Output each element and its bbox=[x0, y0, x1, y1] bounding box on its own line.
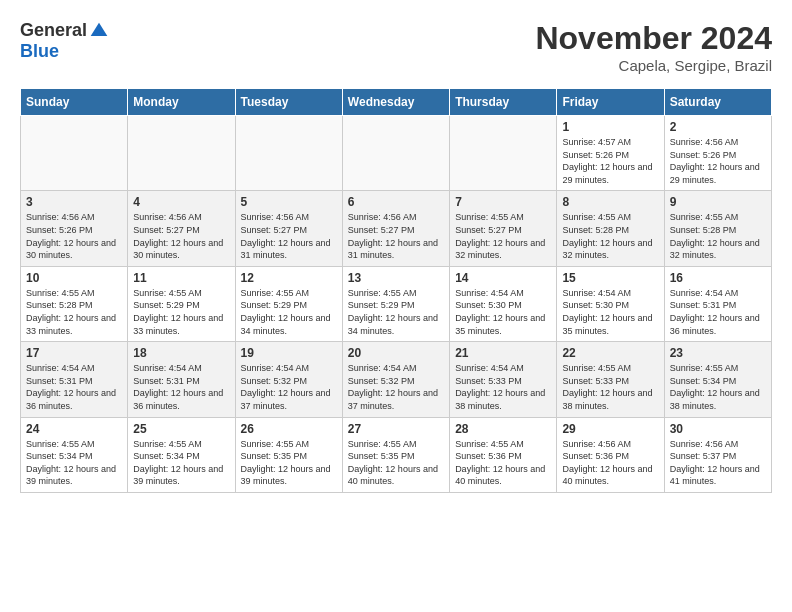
day-cell: 19Sunrise: 4:54 AM Sunset: 5:32 PM Dayli… bbox=[235, 342, 342, 417]
day-cell: 28Sunrise: 4:55 AM Sunset: 5:36 PM Dayli… bbox=[450, 417, 557, 492]
day-cell: 13Sunrise: 4:55 AM Sunset: 5:29 PM Dayli… bbox=[342, 266, 449, 341]
day-info: Sunrise: 4:54 AM Sunset: 5:31 PM Dayligh… bbox=[26, 362, 122, 412]
day-info: Sunrise: 4:54 AM Sunset: 5:31 PM Dayligh… bbox=[133, 362, 229, 412]
day-number: 24 bbox=[26, 422, 122, 436]
day-number: 17 bbox=[26, 346, 122, 360]
day-info: Sunrise: 4:55 AM Sunset: 5:29 PM Dayligh… bbox=[133, 287, 229, 337]
day-cell: 26Sunrise: 4:55 AM Sunset: 5:35 PM Dayli… bbox=[235, 417, 342, 492]
day-info: Sunrise: 4:56 AM Sunset: 5:26 PM Dayligh… bbox=[26, 211, 122, 261]
day-number: 7 bbox=[455, 195, 551, 209]
day-cell bbox=[450, 116, 557, 191]
logo: General Blue bbox=[20, 20, 109, 62]
day-info: Sunrise: 4:56 AM Sunset: 5:27 PM Dayligh… bbox=[241, 211, 337, 261]
week-row-1: 1Sunrise: 4:57 AM Sunset: 5:26 PM Daylig… bbox=[21, 116, 772, 191]
day-number: 25 bbox=[133, 422, 229, 436]
day-info: Sunrise: 4:55 AM Sunset: 5:29 PM Dayligh… bbox=[241, 287, 337, 337]
day-number: 15 bbox=[562, 271, 658, 285]
day-info: Sunrise: 4:54 AM Sunset: 5:32 PM Dayligh… bbox=[241, 362, 337, 412]
day-number: 19 bbox=[241, 346, 337, 360]
day-number: 1 bbox=[562, 120, 658, 134]
day-number: 8 bbox=[562, 195, 658, 209]
week-row-5: 24Sunrise: 4:55 AM Sunset: 5:34 PM Dayli… bbox=[21, 417, 772, 492]
day-number: 16 bbox=[670, 271, 766, 285]
day-number: 6 bbox=[348, 195, 444, 209]
week-row-3: 10Sunrise: 4:55 AM Sunset: 5:28 PM Dayli… bbox=[21, 266, 772, 341]
day-cell bbox=[128, 116, 235, 191]
day-info: Sunrise: 4:56 AM Sunset: 5:26 PM Dayligh… bbox=[670, 136, 766, 186]
logo-blue-text: Blue bbox=[20, 41, 59, 61]
title-block: November 2024 Capela, Sergipe, Brazil bbox=[535, 20, 772, 74]
day-cell: 3Sunrise: 4:56 AM Sunset: 5:26 PM Daylig… bbox=[21, 191, 128, 266]
day-cell: 1Sunrise: 4:57 AM Sunset: 5:26 PM Daylig… bbox=[557, 116, 664, 191]
col-header-wednesday: Wednesday bbox=[342, 89, 449, 116]
day-info: Sunrise: 4:55 AM Sunset: 5:27 PM Dayligh… bbox=[455, 211, 551, 261]
week-row-2: 3Sunrise: 4:56 AM Sunset: 5:26 PM Daylig… bbox=[21, 191, 772, 266]
day-info: Sunrise: 4:55 AM Sunset: 5:35 PM Dayligh… bbox=[241, 438, 337, 488]
header-row: SundayMondayTuesdayWednesdayThursdayFrid… bbox=[21, 89, 772, 116]
day-info: Sunrise: 4:57 AM Sunset: 5:26 PM Dayligh… bbox=[562, 136, 658, 186]
day-cell: 10Sunrise: 4:55 AM Sunset: 5:28 PM Dayli… bbox=[21, 266, 128, 341]
day-info: Sunrise: 4:55 AM Sunset: 5:28 PM Dayligh… bbox=[562, 211, 658, 261]
day-info: Sunrise: 4:55 AM Sunset: 5:34 PM Dayligh… bbox=[133, 438, 229, 488]
day-cell: 7Sunrise: 4:55 AM Sunset: 5:27 PM Daylig… bbox=[450, 191, 557, 266]
day-info: Sunrise: 4:56 AM Sunset: 5:37 PM Dayligh… bbox=[670, 438, 766, 488]
day-cell: 11Sunrise: 4:55 AM Sunset: 5:29 PM Dayli… bbox=[128, 266, 235, 341]
month-title: November 2024 bbox=[535, 20, 772, 57]
day-info: Sunrise: 4:54 AM Sunset: 5:30 PM Dayligh… bbox=[455, 287, 551, 337]
day-info: Sunrise: 4:55 AM Sunset: 5:36 PM Dayligh… bbox=[455, 438, 551, 488]
day-cell: 21Sunrise: 4:54 AM Sunset: 5:33 PM Dayli… bbox=[450, 342, 557, 417]
day-number: 28 bbox=[455, 422, 551, 436]
day-number: 20 bbox=[348, 346, 444, 360]
day-info: Sunrise: 4:54 AM Sunset: 5:33 PM Dayligh… bbox=[455, 362, 551, 412]
day-number: 5 bbox=[241, 195, 337, 209]
day-cell: 27Sunrise: 4:55 AM Sunset: 5:35 PM Dayli… bbox=[342, 417, 449, 492]
day-cell: 23Sunrise: 4:55 AM Sunset: 5:34 PM Dayli… bbox=[664, 342, 771, 417]
day-info: Sunrise: 4:55 AM Sunset: 5:28 PM Dayligh… bbox=[670, 211, 766, 261]
col-header-monday: Monday bbox=[128, 89, 235, 116]
day-cell bbox=[21, 116, 128, 191]
day-cell bbox=[235, 116, 342, 191]
day-number: 3 bbox=[26, 195, 122, 209]
calendar-header: SundayMondayTuesdayWednesdayThursdayFrid… bbox=[21, 89, 772, 116]
day-info: Sunrise: 4:56 AM Sunset: 5:27 PM Dayligh… bbox=[133, 211, 229, 261]
day-cell: 8Sunrise: 4:55 AM Sunset: 5:28 PM Daylig… bbox=[557, 191, 664, 266]
day-number: 14 bbox=[455, 271, 551, 285]
day-cell: 25Sunrise: 4:55 AM Sunset: 5:34 PM Dayli… bbox=[128, 417, 235, 492]
day-cell: 14Sunrise: 4:54 AM Sunset: 5:30 PM Dayli… bbox=[450, 266, 557, 341]
day-info: Sunrise: 4:54 AM Sunset: 5:30 PM Dayligh… bbox=[562, 287, 658, 337]
day-cell: 24Sunrise: 4:55 AM Sunset: 5:34 PM Dayli… bbox=[21, 417, 128, 492]
day-cell: 12Sunrise: 4:55 AM Sunset: 5:29 PM Dayli… bbox=[235, 266, 342, 341]
day-cell: 15Sunrise: 4:54 AM Sunset: 5:30 PM Dayli… bbox=[557, 266, 664, 341]
day-number: 30 bbox=[670, 422, 766, 436]
day-cell: 18Sunrise: 4:54 AM Sunset: 5:31 PM Dayli… bbox=[128, 342, 235, 417]
day-cell: 6Sunrise: 4:56 AM Sunset: 5:27 PM Daylig… bbox=[342, 191, 449, 266]
day-number: 29 bbox=[562, 422, 658, 436]
day-info: Sunrise: 4:54 AM Sunset: 5:32 PM Dayligh… bbox=[348, 362, 444, 412]
day-info: Sunrise: 4:55 AM Sunset: 5:35 PM Dayligh… bbox=[348, 438, 444, 488]
day-info: Sunrise: 4:55 AM Sunset: 5:34 PM Dayligh… bbox=[670, 362, 766, 412]
day-info: Sunrise: 4:56 AM Sunset: 5:27 PM Dayligh… bbox=[348, 211, 444, 261]
header: General Blue November 2024 Capela, Sergi… bbox=[20, 20, 772, 74]
col-header-friday: Friday bbox=[557, 89, 664, 116]
day-number: 4 bbox=[133, 195, 229, 209]
day-cell: 9Sunrise: 4:55 AM Sunset: 5:28 PM Daylig… bbox=[664, 191, 771, 266]
day-cell bbox=[342, 116, 449, 191]
day-cell: 2Sunrise: 4:56 AM Sunset: 5:26 PM Daylig… bbox=[664, 116, 771, 191]
svg-marker-0 bbox=[91, 22, 108, 35]
day-info: Sunrise: 4:55 AM Sunset: 5:28 PM Dayligh… bbox=[26, 287, 122, 337]
page: General Blue November 2024 Capela, Sergi… bbox=[0, 0, 792, 503]
day-number: 11 bbox=[133, 271, 229, 285]
day-number: 26 bbox=[241, 422, 337, 436]
day-cell: 5Sunrise: 4:56 AM Sunset: 5:27 PM Daylig… bbox=[235, 191, 342, 266]
location: Capela, Sergipe, Brazil bbox=[535, 57, 772, 74]
day-info: Sunrise: 4:55 AM Sunset: 5:33 PM Dayligh… bbox=[562, 362, 658, 412]
day-number: 10 bbox=[26, 271, 122, 285]
day-number: 21 bbox=[455, 346, 551, 360]
day-number: 27 bbox=[348, 422, 444, 436]
logo-icon bbox=[89, 21, 109, 41]
week-row-4: 17Sunrise: 4:54 AM Sunset: 5:31 PM Dayli… bbox=[21, 342, 772, 417]
day-number: 22 bbox=[562, 346, 658, 360]
day-number: 12 bbox=[241, 271, 337, 285]
day-number: 9 bbox=[670, 195, 766, 209]
day-number: 2 bbox=[670, 120, 766, 134]
